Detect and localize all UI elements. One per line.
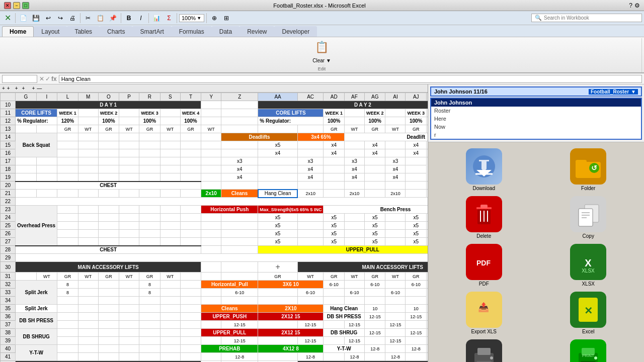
spreadsheet[interactable]: + + + + + — G I L M O P (0, 84, 428, 362)
col-i[interactable]: I (36, 93, 57, 101)
settings-icon[interactable]: ⚙ (634, 2, 640, 9)
formula-icon[interactable]: Σ (164, 13, 175, 24)
download-icon-app[interactable]: Download (434, 148, 534, 191)
reg-v3[interactable]: 100% (139, 117, 160, 125)
reg-d2-v2[interactable]: 100% (364, 117, 385, 125)
redo-button[interactable]: ↪ (55, 13, 66, 24)
chart-icon[interactable]: 📊 (151, 13, 163, 24)
tab-formulas[interactable]: Formulas (172, 26, 212, 37)
xlsx-icon-app[interactable]: X XLSX XLSX (539, 244, 638, 287)
export-xls-icon-app[interactable]: 📤 Export XLS (434, 292, 534, 334)
cleans-2x10-val[interactable]: 2X10 (258, 305, 324, 313)
maximize-button[interactable]: □ (22, 2, 29, 9)
horiz-pull-val[interactable]: 3X6 10 (258, 281, 324, 289)
col-l[interactable]: L (57, 93, 78, 101)
upper-pull-r-label[interactable]: UPPER_PULL (201, 329, 258, 337)
day1-header[interactable]: D A Y 1 (16, 101, 201, 109)
col-s[interactable]: S (160, 93, 180, 101)
upper-pull-r-val[interactable]: 2X12 15 (258, 329, 324, 337)
col-expand-g[interactable]: + (2, 85, 5, 91)
user-list-item-r[interactable]: r (431, 131, 641, 139)
undo-button[interactable]: ↩ (43, 13, 54, 24)
col-ac[interactable]: AC (297, 93, 324, 101)
col-ai[interactable]: AI (385, 93, 406, 101)
copy-button[interactable]: 📋 (95, 13, 106, 24)
day2-header[interactable]: D A Y 2 (258, 101, 428, 109)
roster-dropdown[interactable]: John Johnson 11/16 Football_Roster ▼ (430, 86, 642, 97)
expand-button[interactable]: ⊞ (221, 13, 232, 24)
cleans-2x10-label[interactable]: Cleans (201, 305, 258, 313)
pdf-icon-app[interactable]: PDF PDF (434, 244, 534, 287)
user-list-item-here[interactable]: Here (431, 115, 641, 123)
bench-press-label[interactable]: Bench Press (324, 206, 428, 214)
insert-formula-icon[interactable]: fx (51, 75, 57, 82)
reg-d2-v3[interactable]: 100% (406, 117, 427, 125)
prehab-label[interactable]: PREHAB (201, 345, 258, 353)
col-collapse[interactable]: — (37, 85, 42, 91)
col-p[interactable]: P (119, 93, 139, 101)
zoom-dropdown-icon[interactable]: ▼ (197, 16, 201, 21)
col-expand-m[interactable]: + (32, 85, 35, 91)
clear-button[interactable]: Clear ▼ (310, 56, 334, 65)
zoom-control[interactable]: 100% ▼ (179, 14, 204, 22)
paste-btn-small[interactable]: 📌 (107, 13, 119, 24)
reg-v2[interactable]: 100% (98, 117, 119, 125)
col-aa[interactable]: AA (258, 93, 297, 101)
col-expand-ij[interactable]: + (15, 85, 18, 91)
upper-pull-label[interactable]: UPPER_PULL (258, 246, 428, 254)
tab-home[interactable]: Home (2, 26, 34, 37)
deadlift-d2[interactable]: Deadlift (344, 133, 428, 141)
col-r[interactable]: R (139, 93, 160, 101)
folder-icon-app[interactable]: ↺ Folder (539, 148, 638, 191)
col-al[interactable]: AL (426, 93, 428, 101)
col-ag[interactable]: AG (364, 93, 385, 101)
deadlifts-label[interactable]: Deadlifts (221, 133, 298, 141)
options-button[interactable]: ⊕ (209, 13, 220, 24)
col-y[interactable]: Y (201, 93, 221, 101)
user-list-item-now[interactable]: Now (431, 123, 641, 131)
tab-review[interactable]: Review (239, 26, 274, 37)
tab-layout[interactable]: Layout (34, 26, 67, 37)
upper-push-label[interactable]: UPPER_PUSH (201, 313, 258, 321)
search-workbook-input[interactable] (544, 15, 638, 21)
power-val[interactable]: 3x4 65% (297, 133, 344, 141)
excel2-icon-app[interactable]: ✕ Excel (539, 292, 638, 334)
tab-tables[interactable]: Tables (67, 26, 100, 37)
tab-data[interactable]: Data (212, 26, 239, 37)
help-icon[interactable]: ? (629, 2, 632, 9)
print-bw-icon-app[interactable]: Print Black (434, 339, 534, 362)
add-button[interactable]: + (258, 262, 297, 273)
formula-input[interactable] (59, 75, 642, 83)
tab-developer[interactable]: Developer (274, 26, 317, 37)
save-button[interactable]: 💾 (30, 13, 42, 24)
reg-v1[interactable]: 120% (57, 117, 78, 125)
col-expand-h[interactable]: + (7, 85, 10, 91)
col-aj[interactable]: AJ (406, 93, 427, 101)
hang-clean-cell[interactable]: Hang Clean (258, 190, 297, 198)
core-lifts-2[interactable]: CORE LIFTS (258, 109, 324, 117)
delete-icon-app[interactable]: Delete (434, 196, 534, 239)
upper-push-val[interactable]: 2X12 15 (258, 313, 324, 321)
horiz-pull-label[interactable]: Horizontal_Pull (201, 281, 258, 289)
cell-reference[interactable]: AA21 (2, 75, 37, 83)
col-m[interactable]: M (78, 93, 98, 101)
cut-button[interactable]: ✂ (83, 13, 94, 24)
user-list-item-roster[interactable]: Roster (431, 107, 641, 115)
cancel-formula-icon[interactable]: ✕ (39, 75, 44, 82)
col-af[interactable]: AF (344, 93, 364, 101)
col-g[interactable]: G (16, 93, 37, 101)
col-ad[interactable]: AD (324, 93, 345, 101)
italic-small[interactable]: I (135, 13, 146, 24)
copy-icon-app[interactable]: Copy (539, 196, 638, 239)
cleans-orange[interactable]: Cleans (221, 190, 258, 198)
col-o[interactable]: O (98, 93, 119, 101)
user-list-selected[interactable]: John Johnson (431, 99, 641, 107)
roster-dropdown-arrow[interactable]: Football_Roster ▼ (589, 89, 638, 95)
sheet-container[interactable]: + + + + + — G I L M O P (0, 84, 428, 362)
reg-v4[interactable]: 100% (180, 117, 201, 125)
cleans-label[interactable]: 2x10 (201, 190, 221, 198)
col-t[interactable]: T (180, 93, 201, 101)
core-lifts-1[interactable]: CORE LIFTS (16, 109, 57, 117)
confirm-formula-icon[interactable]: ✓ (45, 75, 50, 82)
print-button[interactable]: 🖨 (67, 13, 78, 24)
